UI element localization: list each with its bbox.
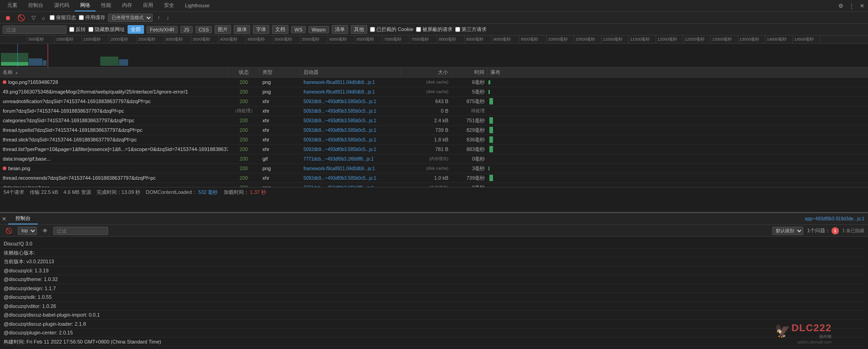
invert-checkbox[interactable]: 反转	[69, 26, 86, 33]
filter-ws[interactable]: WS	[291, 26, 306, 33]
row-initiator[interactable]: framework-f9ca8911.04d0db9...js:1	[301, 166, 401, 171]
col-header-initiator: 启动器	[301, 69, 401, 76]
row-time: 5毫秒	[451, 89, 488, 95]
table-row[interactable]: thread.list?perPage=10&page=1&filter[ess…	[0, 145, 868, 154]
console-filter-input[interactable]	[53, 227, 108, 235]
preserve-log-checkbox[interactable]: 保留日志	[50, 14, 76, 21]
col-header-type: 类型	[260, 69, 301, 76]
table-row[interactable]: logo.png?1659486728 200 png framework-f9…	[0, 78, 868, 87]
console-toolbar-left: 🚫 top 👁	[4, 227, 108, 235]
filter-xhr[interactable]: Fetch/XHR	[147, 26, 178, 33]
row-initiator[interactable]: 7771dcb...~493df0b3.1f6b8f8...js:1	[301, 156, 401, 161]
eye-icon[interactable]: 👁	[41, 227, 50, 235]
row-name: categories?dzqSid=74153744-1691883863779…	[0, 118, 228, 123]
devtools-main: 元素 控制台 源代码 网络 性能 内存 应用 安全 Lighthouse ⚙ ⋮…	[0, 0, 868, 349]
filter-wasm[interactable]: Wasm	[308, 26, 329, 33]
filter-media[interactable]: 媒体	[234, 25, 250, 34]
row-status: 200	[228, 89, 260, 94]
blocked-requests-checkbox[interactable]: 被屏蔽的请求	[416, 26, 452, 33]
filter-img[interactable]: 图片	[215, 25, 231, 34]
record-button[interactable]: ⏺	[3, 13, 13, 22]
tab-performance[interactable]: 性能	[96, 0, 117, 11]
disable-cache-checkbox[interactable]: 停用缓存	[79, 14, 105, 21]
table-row[interactable]: data:image/gif;base... 200 gif 7771dcb..…	[0, 154, 868, 164]
tab-lighthouse[interactable]: Lighthouse	[180, 1, 215, 11]
row-initiator[interactable]: 5092db9...~493df0b3.585b0c5...js:1	[301, 118, 401, 123]
filter-manifest[interactable]: 清单	[332, 25, 348, 34]
ruler-9000: 9000毫秒	[492, 36, 519, 43]
tab-memory[interactable]: 内存	[117, 0, 138, 11]
row-initiator[interactable]: framework-f9ca8911.04d0db9...js:1	[301, 80, 401, 85]
filter-input[interactable]	[3, 26, 67, 34]
timeline-overview	[0, 44, 868, 68]
row-initiator[interactable]: 5092db9...~493df0b3.585b0c5...js:1	[301, 137, 401, 142]
waterfall-bar	[489, 136, 493, 143]
table-row[interactable]: 49.png?1663075348&imageMogr2/format/webp…	[0, 87, 868, 97]
throttle-select[interactable]: 已停用节流模式	[108, 14, 153, 22]
row-initiator[interactable]: 5092db9...~493df0b3.585b0c5...js:1	[301, 176, 401, 181]
row-size: (disk cache)	[401, 166, 451, 171]
row-status: 200	[228, 166, 260, 171]
table-row[interactable]: categories?dzqSid=74153744-1691883863779…	[0, 116, 868, 125]
import-icon[interactable]: ↑	[155, 14, 162, 22]
row-status: 200	[228, 175, 260, 181]
close-icon[interactable]: ✕	[858, 2, 866, 10]
third-party-checkbox[interactable]: 第三方请求	[455, 26, 487, 33]
export-icon[interactable]: ↓	[164, 14, 171, 22]
logo-subtitle: addon.dismall.com	[775, 340, 832, 344]
tab-security[interactable]: 安全	[159, 0, 180, 11]
clear-console-icon[interactable]: 🚫	[4, 227, 14, 235]
table-row[interactable]: thread.stick?dzqSid=74153744-16918838637…	[0, 135, 868, 145]
table-row[interactable]: data:image/png;base... 200 png 7771dcb..…	[0, 183, 868, 187]
tab-elements[interactable]: 元素	[2, 0, 23, 11]
filter-font[interactable]: 字体	[253, 25, 269, 34]
tab-console[interactable]: 控制台	[23, 0, 49, 11]
settings-icon[interactable]: ⚙	[837, 2, 845, 10]
filter-icon[interactable]: ▽	[30, 14, 37, 22]
row-type: xhr	[260, 137, 301, 142]
table-row[interactable]: beian.png 200 png framework-f9ca8911.04d…	[0, 164, 868, 173]
context-select[interactable]: top	[18, 227, 37, 235]
row-initiator[interactable]: 5092db9...~493df0b3.585b0c5...js:1	[301, 128, 401, 133]
row-size: 781 B	[401, 146, 451, 152]
row-time: 875毫秒	[451, 98, 488, 105]
row-initiator[interactable]: 5092db9...~493df0b3.585b0c5...js:1	[301, 147, 401, 152]
ruler-500: 500毫秒	[27, 36, 55, 43]
tab-sources[interactable]: 源代码	[49, 0, 75, 11]
tab-application[interactable]: 应用	[138, 0, 159, 11]
row-type: xhr	[260, 99, 301, 104]
search-icon[interactable]: ⌕	[40, 14, 47, 22]
panel-close-icon[interactable]: ✕	[0, 215, 8, 223]
ruler-13000: 13000毫秒	[711, 36, 738, 43]
blocked-cookies-checkbox[interactable]: 已拦截的 Cookie	[370, 26, 413, 33]
clear-button[interactable]: 🚫	[15, 13, 27, 22]
table-row[interactable]: unreadnotification?dzqSid=74153744-16918…	[0, 97, 868, 106]
row-waterfall	[488, 87, 868, 97]
ruler-14500: 14500毫秒	[793, 36, 820, 43]
ruler-2500: 2500毫秒	[137, 36, 164, 43]
filter-other[interactable]: 其他	[351, 25, 367, 34]
table-row[interactable]: thread.recommends?dzqSid=74153744-169188…	[0, 173, 868, 183]
row-initiator[interactable]: 5092db9...~493df0b3.585b0c5...js:1	[301, 109, 401, 114]
filter-doc[interactable]: 文档	[272, 25, 288, 34]
ruler-14000: 14000毫秒	[765, 36, 793, 43]
table-row[interactable]: forum?dzqSid=74153744-16918838637797&dzq…	[0, 106, 868, 116]
tab-console-panel[interactable]: 控制台	[8, 213, 38, 224]
filter-js[interactable]: JS	[180, 26, 193, 33]
source-link[interactable]: app~493df0b3-919d3de...js:1	[805, 216, 864, 221]
row-initiator[interactable]: framework-f9ca8911.04d0db9...js:1	[301, 89, 401, 94]
console-line: @discuzq/vditor: 1.0.26	[4, 302, 864, 311]
tab-network[interactable]: 网络	[75, 0, 96, 11]
ruler-2000: 2000毫秒	[109, 36, 137, 43]
table-row[interactable]: thread.typelist?dzqSid=74153744-16918838…	[0, 125, 868, 135]
row-waterfall	[488, 164, 868, 173]
row-initiator[interactable]: 5092db9...~493df0b3.585b0c5...js:1	[301, 99, 401, 104]
row-name: data:image/gif;base...	[0, 156, 228, 161]
row-name: thread.list?perPage=10&page=1&filter[ess…	[0, 146, 228, 152]
filter-css[interactable]: CSS	[195, 26, 212, 33]
hide-data-urls-checkbox[interactable]: 隐藏数据网址	[88, 26, 125, 33]
row-size: 739 B	[401, 127, 451, 133]
log-level-select[interactable]: 默认级别	[772, 227, 803, 235]
filter-all[interactable]: 全部	[128, 25, 144, 34]
more-icon[interactable]: ⋮	[847, 2, 856, 10]
